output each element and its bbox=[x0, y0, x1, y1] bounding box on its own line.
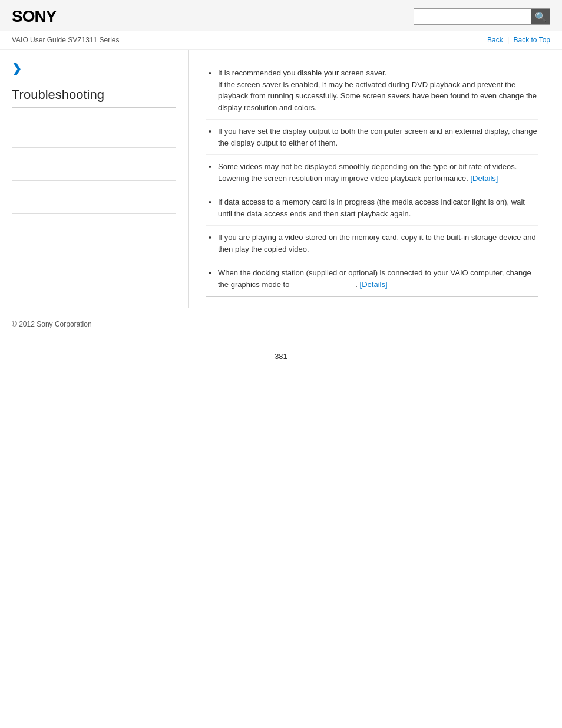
sidebar-link-2[interactable] bbox=[12, 136, 14, 144]
sony-logo: SONY bbox=[12, 7, 56, 26]
back-link[interactable]: Back bbox=[487, 36, 503, 44]
breadcrumb-bar: VAIO User Guide SVZ1311 Series Back | Ba… bbox=[0, 31, 562, 50]
list-item bbox=[12, 148, 176, 164]
sidebar-link-4[interactable] bbox=[12, 169, 14, 177]
list-item bbox=[12, 131, 176, 148]
content-list: It is recommended you disable your scree… bbox=[206, 61, 538, 297]
sidebar-link-5[interactable] bbox=[12, 185, 14, 193]
search-area: 🔍 bbox=[414, 8, 550, 25]
search-input[interactable] bbox=[414, 8, 531, 25]
search-button[interactable]: 🔍 bbox=[531, 8, 550, 25]
item-text-5: If you are playing a video stored on the… bbox=[218, 233, 536, 253]
section-title: Troubleshooting bbox=[12, 87, 176, 108]
back-to-top-link[interactable]: Back to Top bbox=[514, 36, 550, 44]
nav-links: Back | Back to Top bbox=[487, 36, 550, 44]
copyright-text: © 2012 Sony Corporation bbox=[12, 320, 92, 328]
sidebar-link-6[interactable] bbox=[12, 202, 14, 210]
list-item: When the docking station (supplied or op… bbox=[206, 261, 538, 297]
list-item bbox=[12, 197, 176, 214]
list-item: It is recommended you disable your scree… bbox=[206, 61, 538, 120]
item-text-4: If data access to a memory card is in pr… bbox=[218, 197, 525, 218]
chevron-icon: ❯ bbox=[12, 61, 176, 75]
list-item: If you are playing a video stored on the… bbox=[206, 226, 538, 261]
content-area: It is recommended you disable your scree… bbox=[189, 50, 550, 308]
sidebar-link-3[interactable] bbox=[12, 152, 14, 160]
details-link-6[interactable]: [Details] bbox=[360, 280, 388, 289]
nav-separator: | bbox=[507, 36, 509, 44]
list-item bbox=[12, 181, 176, 197]
footer: © 2012 Sony Corporation bbox=[0, 308, 562, 340]
sidebar: ❯ Troubleshooting bbox=[12, 50, 189, 308]
item-text-2: If you have set the display output to bo… bbox=[218, 127, 537, 147]
search-icon: 🔍 bbox=[535, 11, 547, 22]
main-content: ❯ Troubleshooting It is recommended you … bbox=[0, 50, 562, 308]
list-item bbox=[12, 115, 176, 131]
page-header: SONY 🔍 bbox=[0, 0, 562, 31]
details-link-3[interactable]: [Details] bbox=[471, 174, 498, 183]
page-number: 381 bbox=[0, 340, 562, 373]
sidebar-links bbox=[12, 115, 176, 214]
list-item bbox=[12, 164, 176, 181]
sidebar-link-1[interactable] bbox=[12, 119, 14, 127]
item-text-1: It is recommended you disable your scree… bbox=[218, 68, 537, 112]
list-item: If you have set the display output to bo… bbox=[206, 120, 538, 155]
list-item: If data access to a memory card is in pr… bbox=[206, 190, 538, 226]
list-item: Some videos may not be displayed smoothl… bbox=[206, 155, 538, 190]
guide-title: VAIO User Guide SVZ1311 Series bbox=[12, 36, 120, 44]
